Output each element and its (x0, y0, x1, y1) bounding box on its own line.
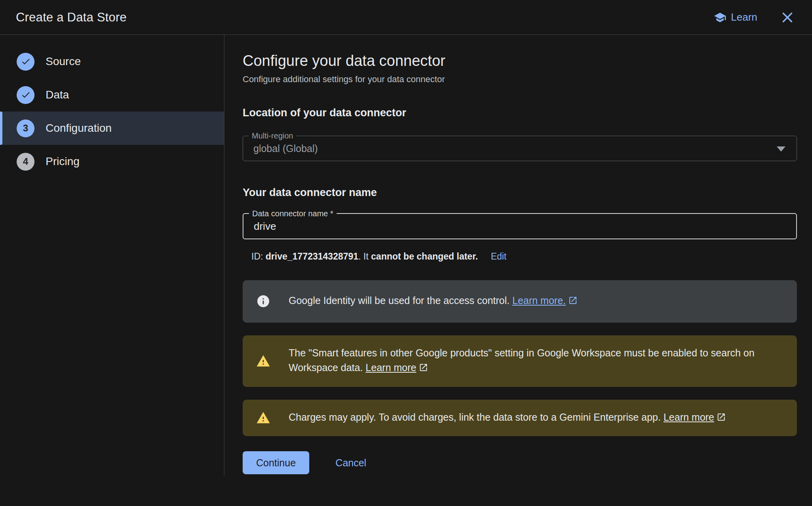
connector-name-field: Data connector name * (243, 213, 797, 239)
step-source[interactable]: Source (0, 45, 224, 78)
dialog-title: Create a Data Store (16, 10, 127, 25)
external-link-icon (419, 363, 428, 374)
page-subtitle: Configure additional settings for your d… (243, 74, 797, 85)
info-icon (256, 294, 270, 308)
charges-learn-more-link[interactable]: Learn more (663, 412, 714, 423)
warning-icon (256, 354, 270, 368)
external-link-icon (716, 413, 726, 424)
identity-info-banner: Google Identity will be used for the acc… (243, 280, 797, 323)
dialog-header: Create a Data Store Learn (0, 0, 812, 35)
info-banner-text: Google Identity will be used for the acc… (289, 293, 578, 310)
graduation-cap-icon (714, 11, 726, 24)
step-configuration-label: Configuration (46, 122, 112, 135)
step-data[interactable]: Data (0, 78, 224, 112)
learn-button[interactable]: Learn (714, 11, 758, 24)
info-learn-more-link[interactable]: Learn more. (512, 295, 566, 306)
edit-id-link[interactable]: Edit (491, 251, 507, 262)
connector-name-input[interactable] (254, 220, 786, 233)
close-button[interactable] (780, 10, 795, 25)
step-source-label: Source (46, 55, 81, 68)
id-warning-text: cannot be changed later. (371, 251, 478, 262)
configuration-form: Configure your data connector Configure … (224, 35, 812, 506)
external-link-icon (568, 296, 578, 307)
warning-icon (256, 411, 270, 425)
close-icon (780, 10, 795, 25)
multi-region-value: global (Global) (253, 143, 318, 154)
smart-features-warning-banner: The "Smart features in other Google prod… (243, 335, 797, 387)
multi-region-label: Multi-region (249, 131, 296, 140)
step-configuration[interactable]: 3 Configuration (0, 112, 224, 145)
sidebar-divider (224, 35, 224, 476)
learn-button-label: Learn (731, 11, 758, 23)
page-title: Configure your data connector (243, 52, 797, 69)
step-complete-check-icon (17, 86, 34, 104)
charges-warning-banner: Charges may apply. To avoid charges, lin… (243, 400, 797, 437)
connector-id-value: drive_1772314328791 (266, 251, 358, 262)
id-prefix: ID: (251, 251, 266, 262)
connector-id-line: ID: drive_1772314328791. It cannot be ch… (243, 251, 797, 262)
id-middle: . It (358, 251, 371, 262)
step-pricing[interactable]: 4 Pricing (0, 145, 224, 178)
name-section-heading: Your data connector name (243, 187, 797, 199)
step-number-badge: 3 (17, 119, 34, 137)
continue-button[interactable]: Continue (243, 451, 309, 474)
warning-banner-text: The "Smart features in other Google prod… (289, 346, 783, 377)
step-number-badge: 4 (17, 153, 34, 171)
warning-banner-text: Charges may apply. To avoid charges, lin… (289, 410, 726, 426)
chevron-down-icon (777, 146, 785, 152)
step-data-label: Data (46, 89, 69, 101)
warning-learn-more-link[interactable]: Learn more (366, 362, 416, 373)
multi-region-select[interactable]: Multi-region global (Global) (243, 136, 797, 161)
step-complete-check-icon (17, 53, 34, 71)
warning-message: The "Smart features in other Google prod… (289, 347, 755, 373)
dialog-body: Source Data 3 Configuration 4 Pricing Co… (0, 35, 812, 506)
info-banner-message: Google Identity will be used for the acc… (289, 295, 512, 306)
location-section-heading: Location of your data connector (243, 107, 797, 119)
step-pricing-label: Pricing (46, 155, 80, 168)
stepper-sidebar: Source Data 3 Configuration 4 Pricing (0, 35, 224, 506)
warning-message: Charges may apply. To avoid charges, lin… (289, 412, 663, 423)
cancel-button[interactable]: Cancel (335, 457, 366, 469)
form-actions: Continue Cancel (243, 451, 797, 474)
connector-name-label: Data connector name * (249, 209, 337, 218)
